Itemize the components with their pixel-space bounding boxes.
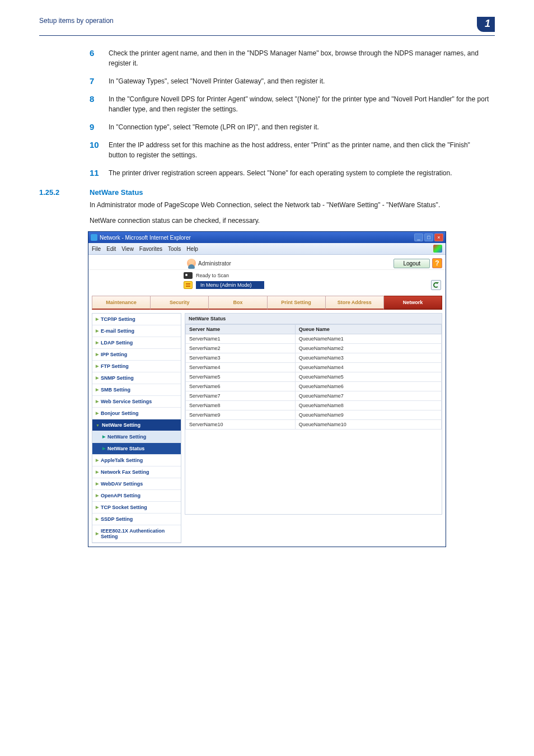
main-panel: NetWare Status Server NameQueue Name Ser… [185,313,442,515]
chevron-right-icon: ▶ [96,329,99,333]
sidebar-item-label: Web Service Settings [101,399,152,404]
tab-maintenance[interactable]: Maintenance [92,296,151,310]
minimize-button[interactable]: _ [414,234,423,241]
menu-view[interactable]: View [121,246,134,252]
table-row: ServerName4QueueNameName4 [186,363,442,372]
table-row: ServerName3QueueNameName3 [186,353,442,363]
table-cell: QueueNameName9 [295,410,441,420]
step-text: In "Gateway Types", select "Novell Print… [109,76,325,86]
column-header: Queue Name [295,325,441,334]
sidebar-item-ldap-setting[interactable]: ▶LDAP Setting [92,337,181,349]
step-text: In "Connection type", select "Remote (LP… [109,122,319,132]
sidebar-item-label: LDAP Setting [101,340,133,346]
sidebar-item-label: SSDP Setting [101,516,133,522]
help-button[interactable]: ? [432,258,442,268]
sidebar-sub-netware-setting[interactable]: ▶NetWare Setting [92,431,181,443]
tab-network[interactable]: Network [384,296,442,310]
chevron-right-icon: ▶ [96,364,99,368]
sidebar-item-label: Network Fax Setting [101,469,149,475]
chevron-right-icon: ▶ [96,411,99,416]
chevron-right-icon: ▶ [96,376,99,380]
step-number: 8 [90,94,109,114]
sidebar-sub-netware-status[interactable]: ▶NetWare Status [92,443,181,455]
sidebar-item-ssdp-setting[interactable]: ▶SSDP Setting [92,514,181,525]
sidebar-item-ftp-setting[interactable]: ▶FTP Setting [92,361,181,372]
sidebar-item-appletalk-setting[interactable]: ▶AppleTalk Setting [92,455,181,466]
column-header: Server Name [186,325,296,334]
table-row: ServerName2QueueNameName2 [186,344,442,353]
printer-status-text: Ready to Scan [196,273,229,278]
sidebar-item-netware-setting-group[interactable]: ▼NetWare Setting [92,419,181,431]
sidebar-item-webdav-settings[interactable]: ▶WebDAV Settings [92,478,181,490]
section-number: 1.25.2 [39,188,90,197]
window-title: Network - Microsoft Internet Explorer [100,235,191,241]
tab-security[interactable]: Security [151,296,209,310]
close-button[interactable]: × [434,234,443,241]
sidebar: ▶TCP/IP Setting▶E-mail Setting▶LDAP Sett… [92,313,181,543]
chevron-right-icon: ▶ [102,435,105,439]
tab-store-address[interactable]: Store Address [326,296,384,310]
sidebar-item-web-service-settings[interactable]: ▶Web Service Settings [92,396,181,408]
sidebar-item-tcp-ip-setting[interactable]: ▶TCP/IP Setting [92,314,181,325]
table-cell: ServerName7 [186,391,296,401]
sidebar-item-bonjour-setting[interactable]: ▶Bonjour Setting [92,408,181,419]
table-row: ServerName8QueueNameName8 [186,401,442,410]
sidebar-item-tcp-socket-setting[interactable]: ▶TCP Socket Setting [92,502,181,514]
table-cell: ServerName8 [186,401,296,410]
chevron-right-icon: ▶ [96,505,99,510]
sidebar-item-ipp-setting[interactable]: ▶IPP Setting [92,349,181,361]
refresh-icon [433,282,439,288]
step-number: 10 [90,140,109,160]
chapter-badge: 1 [477,17,495,32]
sidebar-item-network-fax-setting[interactable]: ▶Network Fax Setting [92,466,181,478]
refresh-button[interactable] [431,280,441,290]
chevron-right-icon: ▶ [96,458,99,463]
panel-title: NetWare Status [185,314,442,324]
logout-button[interactable]: Logout [394,259,430,268]
sidebar-item-label: TCP/IP Setting [101,316,135,322]
ie-icon [91,234,97,241]
tab-print-setting[interactable]: Print Setting [268,296,326,310]
chevron-right-icon: ▶ [96,317,99,321]
sidebar-item-label: SNMP Setting [101,375,134,381]
table-cell: QueueNameName1 [295,334,441,344]
menu-help[interactable]: Help [186,246,198,252]
table-cell: ServerName9 [186,410,296,420]
table-cell: ServerName4 [186,363,296,372]
step-text: Check the printer agent name, and then i… [109,48,489,68]
step-number: 7 [90,76,109,86]
sidebar-item-snmp-setting[interactable]: ▶SNMP Setting [92,372,181,384]
chevron-right-icon: ▶ [96,531,99,536]
menu-file[interactable]: File [92,246,101,252]
maximize-button[interactable]: □ [424,234,433,241]
sidebar-item-smb-setting[interactable]: ▶SMB Setting [92,384,181,396]
table-cell: ServerName5 [186,372,296,382]
running-header: Setup items by operation [39,17,114,25]
sidebar-item-label: Bonjour Setting [101,410,139,416]
chevron-right-icon: ▶ [96,493,99,498]
table-row: ServerName5QueueNameName5 [186,372,442,382]
sidebar-item-label: NetWare Setting [102,422,140,428]
admin-mode-label: Administrator [198,260,231,267]
section-title: NetWare Status [90,188,143,197]
window-titlebar[interactable]: Network - Microsoft Internet Explorer _ … [88,232,446,243]
tab-box[interactable]: Box [209,296,267,310]
browser-menubar: FileEditViewFavoritesToolsHelp [88,243,446,255]
sidebar-item-openapi-setting[interactable]: ▶OpenAPI Setting [92,490,181,502]
table-cell: ServerName10 [186,420,296,430]
sidebar-item-label: SMB Setting [101,387,130,393]
ie-throbber-icon [433,245,442,253]
table-cell: QueueNameName5 [295,372,441,382]
table-cell: QueueNameName4 [295,363,441,372]
sidebar-item-e-mail-setting[interactable]: ▶E-mail Setting [92,325,181,337]
menu-edit[interactable]: Edit [106,246,116,252]
menu-favorites[interactable]: Favorites [139,246,162,252]
step-text: The printer driver registration screen a… [109,168,452,178]
table-cell: ServerName6 [186,382,296,391]
sidebar-item-label: OpenAPI Setting [101,493,140,498]
menu-tools[interactable]: Tools [168,246,181,252]
sidebar-item-ieee802-1x-authentication-setting[interactable]: ▶IEEE802.1X Authentication Setting [92,525,181,543]
body-paragraph: NetWare connection status can be checked… [90,216,489,226]
mode-icon [184,281,193,289]
step-number: 9 [90,122,109,132]
